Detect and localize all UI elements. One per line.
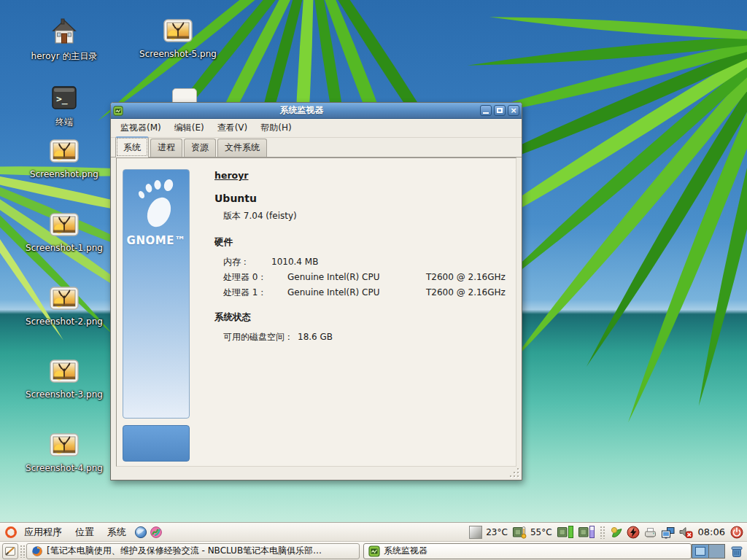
window-menubar: 监视器(M) 编辑(E) 查看(V) 帮助(H) [111, 119, 522, 138]
system-status-heading: 系统状态 [214, 311, 510, 324]
task-button-system-monitor[interactable]: 系统监视器 [363, 543, 692, 559]
image-file-icon [48, 355, 80, 387]
cpu1-spec: T2600 @ 2.16GHz [426, 285, 506, 300]
taskbar-drag-handle[interactable] [20, 545, 25, 558]
desktop-icon-label: 终端 [55, 116, 73, 128]
shutdown-button-icon[interactable] [730, 526, 743, 539]
gnome-brand-text: GNOME™ [127, 234, 186, 247]
menu-edit[interactable]: 编辑(E) [168, 120, 211, 136]
power-warning-icon[interactable] [627, 526, 640, 539]
home-folder-icon [48, 16, 80, 48]
desktop-icon-home[interactable]: heroyr 的主目录 [17, 16, 112, 63]
minimize-button[interactable] [480, 105, 492, 116]
gnome-banner-footer [123, 425, 190, 462]
tab-system[interactable]: 系统 [115, 136, 149, 158]
memory-value: 1010.4 MB [271, 254, 318, 270]
resize-grip[interactable] [510, 468, 519, 477]
desktop-icon-label: Screenshot-3.png [26, 389, 103, 400]
workspace-1[interactable] [692, 545, 708, 558]
desktop-icon-label: Screenshot-1.png [26, 243, 103, 253]
firefox-icon [31, 545, 43, 557]
desktop-icon-label: Screenshot-2.png [26, 316, 103, 327]
temp-ambient: 23°C [486, 527, 508, 537]
cpu1-label: 处理器 1： [223, 285, 287, 300]
menu-help[interactable]: 帮助(H) [254, 120, 298, 136]
desktop-icon-screenshot[interactable]: Screenshot.png [17, 135, 112, 179]
distro-release: 版本 7.04 (feisty) [223, 210, 510, 222]
tab-processes[interactable]: 进程 [150, 139, 182, 157]
workspace-switcher[interactable] [692, 544, 725, 559]
menu-monitor[interactable]: 监视器(M) [114, 120, 168, 136]
task-title: 系统监视器 [384, 545, 427, 557]
memory-row: 内存： 1010.4 MB [223, 254, 510, 270]
update-notifier-icon[interactable] [610, 526, 623, 539]
cpu-meter-icon[interactable] [556, 526, 573, 539]
desktop: >_ [0, 0, 747, 560]
cpufreq-applet[interactable] [469, 526, 482, 539]
workspace-2[interactable] [708, 545, 725, 558]
image-file-icon [48, 282, 80, 314]
desktop-icon-screenshot-1[interactable]: Screenshot-1.png [17, 209, 112, 253]
hostname[interactable]: heroyr [214, 170, 510, 181]
network-monitors-icon[interactable] [660, 526, 675, 539]
desktop-icon-terminal[interactable]: 终端 [17, 82, 112, 128]
distro-name: Ubuntu [214, 192, 510, 204]
maximize-icon [497, 108, 503, 113]
volume-muted-icon[interactable] [678, 526, 693, 539]
system-monitor-icon [368, 545, 380, 557]
sensor-chip-thermometer-icon[interactable] [511, 526, 527, 539]
window-statusbar [111, 464, 522, 480]
cpu1-row: 处理器 1： Genuine Intel(R) CPU T2600 @ 2.16… [223, 285, 510, 300]
gnome-panel-top: 应用程序 位置 系统 23°C 55°C [0, 522, 747, 541]
image-file-icon [48, 209, 80, 241]
close-icon: × [510, 106, 516, 114]
task-title: [笔记本电脑使用、维护及保修经验交流 - NBCLUB笔记本电脑俱乐部… [47, 545, 322, 557]
clock[interactable]: 08:06 [697, 526, 727, 537]
gnome-foot-logo [133, 179, 179, 233]
image-file-icon [162, 15, 194, 47]
app-launcher-icon[interactable] [150, 526, 163, 539]
system-tab-content: GNOME™ heroyr Ubuntu 版本 7.04 (feisty) 硬件… [116, 158, 516, 467]
cpu0-spec: T2600 @ 2.16GHz [426, 270, 506, 285]
desktop-icon-label: Screenshot.png [30, 169, 98, 179]
desktop-icon-screenshot-4[interactable]: Screenshot-4.png [17, 429, 112, 473]
desktop-icon-label: Screenshot-5.png [139, 49, 217, 59]
close-button[interactable]: × [508, 105, 519, 116]
system-tray: 23°C 55°C 08:06 [469, 526, 747, 539]
trash-applet-icon[interactable] [729, 544, 744, 559]
window-icon [113, 106, 123, 116]
disk-label: 可用的磁盘空间： [223, 330, 293, 345]
cpu0-label: 处理器 0： [223, 270, 287, 285]
ubuntu-menu-icon[interactable] [4, 526, 18, 539]
desktop-icon-label: Screenshot-4.png [26, 463, 103, 473]
tab-filesystems[interactable]: 文件系统 [217, 139, 267, 157]
memory-meter-icon[interactable] [577, 526, 595, 539]
desktop-icon-label: heroyr 的主目录 [31, 50, 98, 63]
desktop-icon-screenshot-2[interactable]: Screenshot-2.png [17, 282, 112, 327]
cpu1-model: Genuine Intel(R) CPU [287, 285, 426, 300]
tab-resources[interactable]: 资源 [184, 139, 216, 157]
gnome-banner: GNOME™ [123, 169, 190, 419]
image-file-icon [48, 135, 80, 167]
browser-launcher-icon[interactable] [134, 526, 147, 539]
printer-icon[interactable] [643, 526, 657, 539]
image-file-icon [48, 429, 80, 461]
menu-places[interactable]: 位置 [69, 523, 101, 541]
show-desktop-icon [4, 545, 17, 558]
minimize-icon [483, 112, 489, 114]
hardware-heading: 硬件 [214, 236, 510, 249]
menu-view[interactable]: 查看(V) [211, 120, 255, 136]
memory-label: 内存： [223, 254, 271, 270]
menu-system[interactable]: 系统 [101, 523, 133, 541]
cpu0-model: Genuine Intel(R) CPU [287, 270, 426, 285]
desktop-icon-screenshot-3[interactable]: Screenshot-3.png [17, 355, 112, 400]
tray-drag-handle[interactable] [600, 526, 605, 539]
window-titlebar[interactable]: 系统监视器 × [111, 103, 522, 119]
maximize-button[interactable] [494, 105, 506, 116]
disk-value: 18.6 GB [298, 330, 333, 345]
menu-applications[interactable]: 应用程序 [18, 523, 69, 541]
desktop-icon-screenshot-5[interactable]: Screenshot-5.png [131, 15, 225, 59]
task-button-firefox[interactable]: [笔记本电脑使用、维护及保修经验交流 - NBCLUB笔记本电脑俱乐部… [26, 543, 360, 559]
show-desktop-button[interactable] [2, 543, 18, 559]
terminal-icon [48, 82, 80, 114]
